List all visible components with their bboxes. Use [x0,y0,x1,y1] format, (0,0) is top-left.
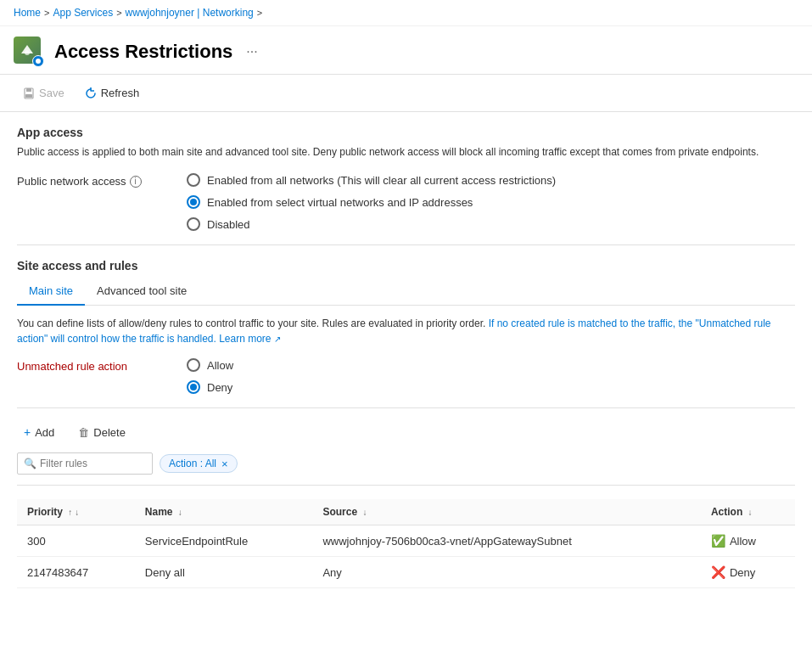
unmatched-rule-label: Unmatched rule action [17,358,170,373]
cell-source: wwwjohnjoy-7506b00ca3-vnet/AppGatewaySub… [312,525,701,557]
pna-option-all[interactable]: Enabled from all networks (This will cle… [187,173,556,187]
sort-icon-source: ↓ [362,508,367,517]
pna-radio-select[interactable] [187,195,200,209]
sort-icon-action: ↓ [748,508,753,517]
breadcrumb-current[interactable]: wwwjohnjoyner | Networking [126,7,254,19]
table-row[interactable]: 300ServiceEndpointRulewwwjohnjoy-7506b00… [17,525,795,557]
learn-more-link[interactable]: Learn more ↗ [219,333,281,345]
filter-tag-close[interactable]: × [221,458,228,469]
tab-advanced-tool[interactable]: Advanced tool site [85,278,199,306]
filter-tag-action: Action : All × [160,454,238,473]
unmatched-deny-option[interactable]: Deny [187,380,233,394]
table-header: Priority ↑ ↓ Name ↓ Source ↓ Action ↓ [17,499,795,525]
th-action[interactable]: Action ↓ [701,499,795,525]
pna-option-disabled[interactable]: Disabled [187,217,556,231]
toolbar: Save Refresh [0,75,812,112]
unmatched-allow-radio[interactable] [187,358,200,372]
trash-icon: 🗑 [78,426,89,439]
app-access-title: App access [17,126,795,139]
breadcrumb-sep-1: > [44,8,49,18]
tabs-row: Main site Advanced tool site [17,278,795,306]
external-link-icon: ↗ [274,334,281,344]
svg-point-1 [36,59,41,64]
public-network-access-label: Public network access i [17,173,170,188]
rules-table: Priority ↑ ↓ Name ↓ Source ↓ Action ↓ [17,499,795,588]
divider-1 [17,244,795,245]
site-access-desc: You can define lists of allow/deny rules… [17,316,795,346]
unmatched-rule-row: Unmatched rule action Allow Deny [17,358,795,394]
unmatched-rule-options: Allow Deny [187,358,233,394]
filter-input-wrapper: 🔍 [17,452,153,475]
public-network-access-row: Public network access i Enabled from all… [17,173,795,231]
filter-rules-input[interactable] [17,452,153,475]
action-toolbar: + Add 🗑 Delete [17,422,795,442]
save-button[interactable]: Save [14,81,74,104]
cell-action: ✅ Allow [701,525,795,557]
filter-tag-label: Action : All [169,458,216,469]
page-menu-icon[interactable]: ··· [246,44,257,59]
breadcrumb-app-services[interactable]: App Services [53,7,113,19]
deny-icon: ❌ [711,565,725,579]
pna-label-all: Enabled from all networks (This will cle… [207,174,556,187]
pna-label-disabled: Disabled [207,218,250,231]
app-icon [14,37,44,67]
cell-action: ❌ Deny [701,557,795,588]
status-deny: ❌ Deny [711,565,785,579]
cell-source: Any [312,557,701,588]
cell-priority: 300 [17,525,135,557]
sort-icon-name: ↓ [178,508,182,517]
breadcrumb-sep-2: > [116,8,121,18]
svg-rect-4 [25,94,32,98]
svg-rect-3 [26,88,31,92]
divider-2 [17,407,795,408]
breadcrumb: Home > App Services > wwwjohnjoyner | Ne… [0,0,812,26]
filter-bar: 🔍 Action : All × [17,452,795,486]
main-content: App access Public access is applied to b… [0,112,812,602]
tab-main-site[interactable]: Main site [17,278,85,306]
unmatched-deny-radio[interactable] [187,380,200,394]
page-title: Access Restrictions [54,41,232,63]
unmatched-allow-option[interactable]: Allow [187,358,233,372]
site-access-title: Site access and rules [17,259,795,273]
status-allow: ✅ Allow [711,534,785,548]
unmatched-deny-label: Deny [207,381,232,394]
site-access-section: Site access and rules Main site Advanced… [17,259,795,588]
breadcrumb-sep-3: > [257,8,262,18]
pna-option-select[interactable]: Enabled from select virtual networks and… [187,195,556,209]
breadcrumb-home[interactable]: Home [14,7,41,19]
unmatched-allow-label: Allow [207,359,233,372]
add-button[interactable]: + Add [17,422,61,442]
table-body: 300ServiceEndpointRulewwwjohnjoy-7506b00… [17,525,795,588]
plus-icon: + [24,425,31,439]
th-priority[interactable]: Priority ↑ ↓ [17,499,135,525]
sort-icon-priority: ↑ ↓ [68,508,79,517]
app-access-section: App access Public access is applied to b… [17,126,795,160]
info-icon[interactable]: i [130,176,142,188]
action-label: Deny [730,566,755,579]
pna-label-select: Enabled from select virtual networks and… [207,196,473,209]
cell-name: Deny all [135,557,313,588]
action-label: Allow [730,535,756,548]
refresh-button[interactable]: Refresh [76,81,149,104]
save-icon [23,87,35,99]
app-access-info: Public access is applied to both main si… [17,144,795,160]
refresh-icon [85,87,97,99]
site-access-tabs: Main site Advanced tool site [17,278,795,306]
svg-point-0 [25,50,30,55]
th-source[interactable]: Source ↓ [312,499,701,525]
search-icon: 🔍 [24,458,36,469]
page-header: Access Restrictions ··· [0,26,812,75]
cell-name: ServiceEndpointRule [135,525,313,557]
pna-radio-disabled[interactable] [187,217,200,231]
pna-radio-all[interactable] [187,173,200,187]
cell-priority: 2147483647 [17,557,135,588]
table-row[interactable]: 2147483647Deny allAny❌ Deny [17,557,795,588]
public-network-access-options: Enabled from all networks (This will cle… [187,173,556,231]
th-name[interactable]: Name ↓ [135,499,313,525]
allow-icon: ✅ [711,534,725,548]
delete-button[interactable]: 🗑 Delete [71,423,132,442]
